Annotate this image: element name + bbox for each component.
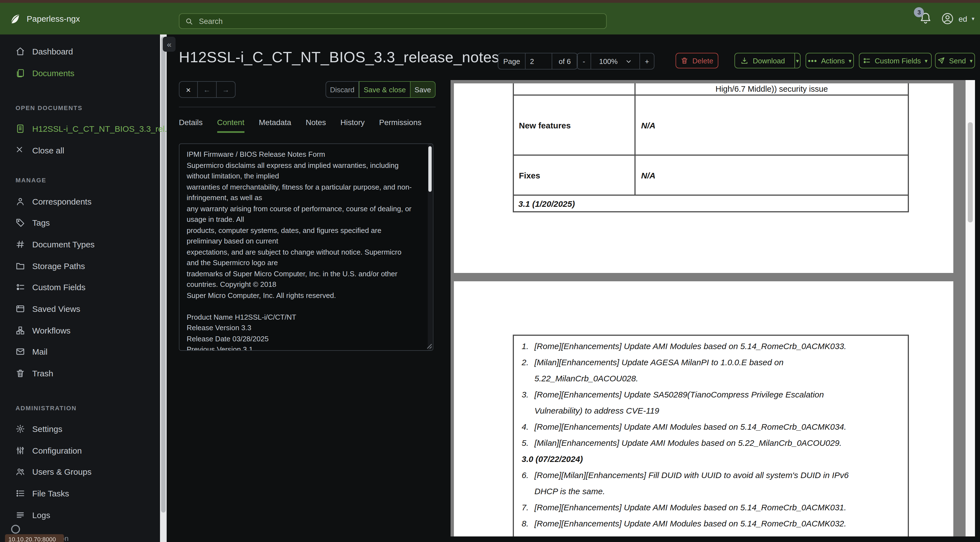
gear-icon [16, 424, 25, 433]
sidebar-item-documents[interactable]: Documents [16, 67, 75, 79]
save-button[interactable]: Save [410, 81, 436, 98]
content-textarea[interactable]: IPMI Firmware / BIOS Release Notes Form … [179, 143, 433, 351]
tab-permissions[interactable]: Permissions [379, 118, 422, 133]
brand[interactable]: Paperless-ngx [9, 3, 80, 35]
list-item-text: [Rome][Milan][Enhancements] Fill DUID wi… [535, 467, 902, 499]
notification-count-badge: 3 [914, 7, 924, 17]
list-item-number: 4. [522, 419, 535, 435]
sidebar-item-label: Trash [32, 368, 53, 378]
sidebar-item-mail[interactable]: Mail [16, 345, 48, 357]
actions-button[interactable]: ••• Actions ▾ [805, 53, 854, 69]
chevron-down-icon [625, 58, 632, 64]
sidebar-item-settings[interactable]: Settings [16, 422, 62, 435]
sidebar-item-users-groups[interactable]: Users & Groups [16, 465, 91, 478]
sidebar-item-document-types[interactable]: Document Types [16, 238, 95, 250]
list-version-heading: 3.0 (07/22/2024) [522, 451, 902, 467]
next-document-button[interactable]: → [217, 81, 235, 98]
sidebar-item-correspondents[interactable]: Correspondents [16, 195, 91, 207]
list-item-number: 7. [522, 499, 535, 515]
sidebar-item-workflows[interactable]: Workflows [16, 324, 70, 336]
app-title: Paperless-ngx [27, 14, 80, 23]
sidebar-item-label: Dashboard [32, 46, 73, 56]
tab-metadata[interactable]: Metadata [259, 118, 291, 133]
textarea-resize-handle[interactable] [426, 343, 432, 349]
close-document-button[interactable]: × [179, 81, 198, 98]
users-icon [16, 467, 25, 476]
sidebar-item-label: H12SSL-i_C_CT_NT_BIOS_3.3_rel... [32, 124, 172, 133]
send-button[interactable]: Send ▾ [935, 53, 975, 69]
download-icon [741, 56, 749, 65]
version-row: 3.1 (1/20/2025) [514, 196, 908, 211]
tab-notes[interactable]: Notes [305, 118, 326, 133]
content-scrollbar-thumb[interactable] [428, 146, 432, 192]
tag-icon [16, 218, 25, 227]
sidebar-item-saved-views[interactable]: Saved Views [16, 303, 80, 315]
list-item-text: [Milan][Enhancements] Update AGESA Milan… [535, 354, 902, 386]
sidebar-item-storage-paths[interactable]: Storage Paths [16, 260, 85, 272]
download-dropdown-toggle[interactable]: ▾ [794, 53, 800, 68]
list-item: 9.[Rome][Milan][Enhancements] For UsbBus… [522, 531, 902, 536]
sidebar-item-close-all[interactable]: Close all [16, 144, 64, 156]
sidebar-item-open-document[interactable]: H12SSL-i_C_CT_NT_BIOS_3.3_rel... [16, 122, 172, 134]
caret-down-icon: ▾ [796, 57, 799, 64]
list-item-text: [Rome][Enhancements] Update AMI Modules … [535, 515, 902, 531]
notifications-button[interactable]: 3 [919, 11, 934, 26]
zoom-control-group: - 100% + [577, 53, 654, 70]
page-navigation-group: Page 2 of 6 [498, 53, 578, 70]
table-cell: N/A [636, 96, 908, 155]
tab-history[interactable]: History [340, 118, 365, 133]
search-input[interactable] [198, 16, 601, 26]
paperless-leaf-logo-icon [9, 13, 21, 25]
tab-details[interactable]: Details [179, 118, 203, 133]
page-number-input[interactable]: 2 [525, 53, 552, 70]
user-avatar-icon [942, 12, 954, 25]
sidebar-item-configuration[interactable]: Configuration [16, 444, 82, 456]
delete-button[interactable]: Delete [676, 53, 718, 69]
document-tabs: Details Content Metadata Notes History P… [179, 118, 422, 133]
lines-icon [16, 510, 25, 520]
sidebar-item-tags[interactable]: Tags [16, 216, 50, 228]
panel-divider [179, 107, 436, 107]
download-label: Download [753, 56, 785, 65]
sidebar-item-label: Users & Groups [32, 467, 91, 476]
sidebar-item-label: Workflows [32, 325, 70, 335]
close-icon [16, 145, 25, 155]
zoom-out-button[interactable]: - [577, 53, 591, 70]
section-title-administration: ADMINISTRATION [16, 405, 77, 411]
save-button-group: Discard Save & close Save [326, 81, 436, 98]
table-row: 3.1 (1/20/2025) [513, 196, 909, 212]
username: ed [959, 14, 967, 23]
send-icon [937, 56, 945, 65]
workflows-icon [16, 325, 25, 335]
tab-content[interactable]: Content [217, 118, 245, 133]
release-notes-list: 1.[Rome][Enhancements] Update AMI Module… [513, 335, 909, 536]
zoom-level-select[interactable]: 100% [591, 53, 640, 70]
page-title: H12SSL-i_C_CT_NT_BIOS_3.3_release_notes [179, 49, 490, 66]
discard-button[interactable]: Discard [326, 81, 359, 98]
sidebar-scrollbar-thumb[interactable] [161, 37, 165, 513]
search-icon [185, 17, 193, 25]
sidebar-item-logs[interactable]: Logs [16, 509, 50, 521]
sidebar-item-custom-fields[interactable]: Custom Fields [16, 281, 86, 293]
actions-label: Actions [821, 56, 845, 65]
previous-document-button[interactable]: ← [198, 81, 217, 98]
custom-fields-button[interactable]: Custom Fields ▾ [859, 53, 932, 69]
custom-fields-icon [863, 56, 871, 65]
ellipsis-icon: ••• [808, 56, 817, 65]
browser-top-strip [0, 0, 980, 3]
list-item-text: [Rome][Enhancements] Update SA50289(Tian… [535, 386, 902, 419]
save-and-close-button[interactable]: Save & close [359, 81, 410, 98]
sidebar-item-dashboard[interactable]: Dashboard [16, 45, 73, 57]
zoom-in-button[interactable]: + [640, 53, 654, 70]
folder-icon [16, 261, 25, 271]
sidebar-item-trash[interactable]: Trash [16, 367, 53, 379]
sidebar-item-file-tasks[interactable]: File Tasks [16, 487, 69, 499]
delete-label: Delete [692, 56, 713, 65]
table-cell: High/6.7 Middle)) security issue [636, 83, 908, 94]
pdf-scrollbar-thumb[interactable] [968, 122, 973, 222]
sidebar-collapse-button[interactable]: « [163, 37, 175, 52]
global-search[interactable] [179, 13, 607, 29]
user-menu[interactable]: ed ▾ [942, 12, 974, 25]
file-text-icon [16, 124, 25, 133]
download-button[interactable]: Download ▾ [735, 53, 800, 69]
